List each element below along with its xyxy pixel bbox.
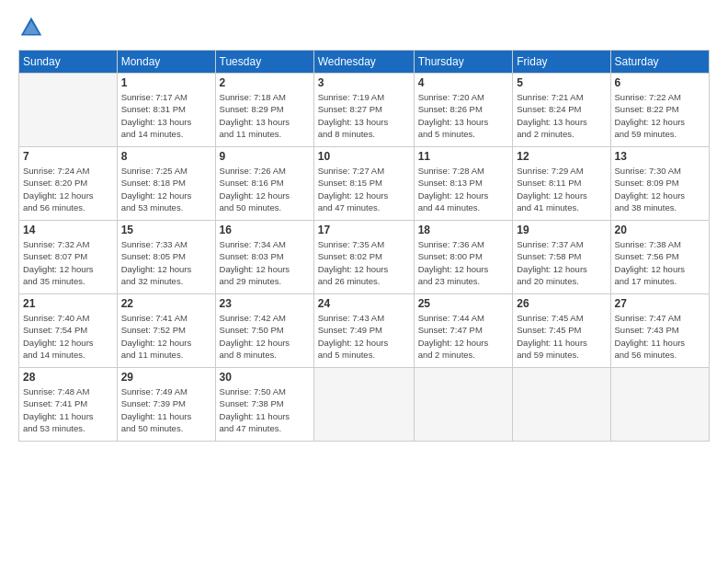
day-number: 8 [121, 150, 211, 163]
day-info: Sunrise: 7:44 AM Sunset: 7:47 PM Dayligh… [418, 312, 509, 361]
day-info: Sunrise: 7:37 AM Sunset: 7:58 PM Dayligh… [517, 238, 606, 287]
day-number: 18 [418, 224, 509, 236]
calendar-cell: 28Sunrise: 7:48 AM Sunset: 7:41 PM Dayli… [19, 368, 118, 442]
calendar-cell: 24Sunrise: 7:43 AM Sunset: 7:49 PM Dayli… [313, 294, 414, 368]
day-number: 28 [23, 371, 113, 384]
day-number: 30 [220, 371, 310, 384]
header [18, 15, 710, 40]
calendar-cell: 27Sunrise: 7:47 AM Sunset: 7:43 PM Dayli… [610, 294, 709, 368]
calendar-cell: 20Sunrise: 7:38 AM Sunset: 7:56 PM Dayli… [610, 221, 709, 294]
weekday-header-thursday: Thursday [414, 51, 513, 74]
calendar-cell: 15Sunrise: 7:33 AM Sunset: 8:05 PM Dayli… [117, 221, 215, 294]
calendar-cell: 11Sunrise: 7:28 AM Sunset: 8:13 PM Dayli… [414, 147, 513, 221]
weekday-header-wednesday: Wednesday [313, 51, 414, 74]
calendar-cell: 4Sunrise: 7:20 AM Sunset: 8:26 PM Daylig… [414, 74, 513, 147]
calendar-cell: 29Sunrise: 7:49 AM Sunset: 7:39 PM Dayli… [117, 368, 215, 442]
calendar-cell: 25Sunrise: 7:44 AM Sunset: 7:47 PM Dayli… [414, 294, 513, 368]
calendar-cell: 13Sunrise: 7:30 AM Sunset: 8:09 PM Dayli… [610, 147, 709, 221]
day-info: Sunrise: 7:21 AM Sunset: 8:24 PM Dayligh… [517, 91, 606, 140]
day-info: Sunrise: 7:22 AM Sunset: 8:22 PM Dayligh… [615, 91, 705, 140]
weekday-header-sunday: Sunday [19, 51, 118, 74]
day-number: 20 [615, 224, 705, 236]
day-number: 5 [517, 76, 606, 89]
day-number: 2 [220, 76, 310, 89]
calendar-cell [414, 368, 513, 442]
day-number: 15 [121, 224, 211, 236]
day-number: 21 [23, 297, 113, 310]
logo [18, 15, 48, 40]
day-info: Sunrise: 7:43 AM Sunset: 7:49 PM Dayligh… [318, 312, 410, 361]
day-info: Sunrise: 7:36 AM Sunset: 8:00 PM Dayligh… [418, 238, 509, 287]
day-number: 10 [318, 150, 410, 163]
day-number: 19 [517, 224, 606, 236]
day-number: 11 [418, 150, 509, 163]
calendar-cell: 23Sunrise: 7:42 AM Sunset: 7:50 PM Dayli… [215, 294, 313, 368]
weekday-header-tuesday: Tuesday [215, 51, 313, 74]
day-info: Sunrise: 7:47 AM Sunset: 7:43 PM Dayligh… [615, 312, 705, 361]
calendar-cell: 6Sunrise: 7:22 AM Sunset: 8:22 PM Daylig… [610, 74, 709, 147]
calendar-cell: 22Sunrise: 7:41 AM Sunset: 7:52 PM Dayli… [117, 294, 215, 368]
day-number: 23 [220, 297, 310, 310]
calendar-cell: 19Sunrise: 7:37 AM Sunset: 7:58 PM Dayli… [513, 221, 610, 294]
day-info: Sunrise: 7:32 AM Sunset: 8:07 PM Dayligh… [23, 238, 113, 287]
day-number: 7 [23, 150, 113, 163]
calendar-cell: 30Sunrise: 7:50 AM Sunset: 7:38 PM Dayli… [215, 368, 313, 442]
day-info: Sunrise: 7:26 AM Sunset: 8:16 PM Dayligh… [220, 165, 310, 213]
day-number: 4 [418, 76, 509, 89]
page: SundayMondayTuesdayWednesdayThursdayFrid… [0, 0, 728, 563]
calendar-cell: 5Sunrise: 7:21 AM Sunset: 8:24 PM Daylig… [513, 74, 610, 147]
logo-icon [18, 15, 44, 40]
day-info: Sunrise: 7:35 AM Sunset: 8:02 PM Dayligh… [318, 238, 410, 287]
weekday-header-friday: Friday [513, 51, 610, 74]
day-number: 22 [121, 297, 211, 310]
day-number: 17 [318, 224, 410, 236]
day-number: 13 [615, 150, 705, 163]
day-info: Sunrise: 7:27 AM Sunset: 8:15 PM Dayligh… [318, 165, 410, 213]
week-row-1: 7Sunrise: 7:24 AM Sunset: 8:20 PM Daylig… [19, 147, 710, 221]
day-info: Sunrise: 7:20 AM Sunset: 8:26 PM Dayligh… [418, 91, 509, 140]
calendar-cell: 18Sunrise: 7:36 AM Sunset: 8:00 PM Dayli… [414, 221, 513, 294]
day-info: Sunrise: 7:30 AM Sunset: 8:09 PM Dayligh… [615, 165, 705, 213]
day-number: 25 [418, 297, 509, 310]
day-number: 9 [220, 150, 310, 163]
calendar-cell: 7Sunrise: 7:24 AM Sunset: 8:20 PM Daylig… [19, 147, 118, 221]
day-info: Sunrise: 7:41 AM Sunset: 7:52 PM Dayligh… [121, 312, 211, 361]
calendar-cell: 2Sunrise: 7:18 AM Sunset: 8:29 PM Daylig… [215, 74, 313, 147]
day-info: Sunrise: 7:49 AM Sunset: 7:39 PM Dayligh… [121, 385, 211, 434]
day-number: 1 [121, 76, 211, 89]
day-number: 27 [615, 297, 705, 310]
day-info: Sunrise: 7:38 AM Sunset: 7:56 PM Dayligh… [615, 238, 705, 287]
calendar-cell: 16Sunrise: 7:34 AM Sunset: 8:03 PM Dayli… [215, 221, 313, 294]
calendar-cell [513, 368, 610, 442]
weekday-header-saturday: Saturday [610, 51, 709, 74]
day-number: 26 [517, 297, 606, 310]
day-number: 6 [615, 76, 705, 89]
calendar-cell: 14Sunrise: 7:32 AM Sunset: 8:07 PM Dayli… [19, 221, 118, 294]
calendar-cell [610, 368, 709, 442]
calendar-cell: 21Sunrise: 7:40 AM Sunset: 7:54 PM Dayli… [19, 294, 118, 368]
day-info: Sunrise: 7:25 AM Sunset: 8:18 PM Dayligh… [121, 165, 211, 213]
day-info: Sunrise: 7:19 AM Sunset: 8:27 PM Dayligh… [318, 91, 410, 140]
day-number: 3 [318, 76, 410, 89]
day-info: Sunrise: 7:17 AM Sunset: 8:31 PM Dayligh… [121, 91, 211, 140]
day-number: 29 [121, 371, 211, 384]
day-info: Sunrise: 7:34 AM Sunset: 8:03 PM Dayligh… [220, 238, 310, 287]
calendar-cell: 8Sunrise: 7:25 AM Sunset: 8:18 PM Daylig… [117, 147, 215, 221]
day-number: 12 [517, 150, 606, 163]
calendar-cell: 9Sunrise: 7:26 AM Sunset: 8:16 PM Daylig… [215, 147, 313, 221]
day-info: Sunrise: 7:29 AM Sunset: 8:11 PM Dayligh… [517, 165, 606, 213]
calendar-cell: 17Sunrise: 7:35 AM Sunset: 8:02 PM Dayli… [313, 221, 414, 294]
day-number: 24 [318, 297, 410, 310]
weekday-header-monday: Monday [117, 51, 215, 74]
day-info: Sunrise: 7:40 AM Sunset: 7:54 PM Dayligh… [23, 312, 113, 361]
day-info: Sunrise: 7:18 AM Sunset: 8:29 PM Dayligh… [220, 91, 310, 140]
day-info: Sunrise: 7:42 AM Sunset: 7:50 PM Dayligh… [220, 312, 310, 361]
calendar-cell [313, 368, 414, 442]
weekday-header-row: SundayMondayTuesdayWednesdayThursdayFrid… [19, 51, 710, 74]
calendar-cell: 3Sunrise: 7:19 AM Sunset: 8:27 PM Daylig… [313, 74, 414, 147]
day-number: 14 [23, 224, 113, 236]
calendar-cell: 12Sunrise: 7:29 AM Sunset: 8:11 PM Dayli… [513, 147, 610, 221]
day-info: Sunrise: 7:33 AM Sunset: 8:05 PM Dayligh… [121, 238, 211, 287]
day-info: Sunrise: 7:28 AM Sunset: 8:13 PM Dayligh… [418, 165, 509, 213]
week-row-4: 28Sunrise: 7:48 AM Sunset: 7:41 PM Dayli… [19, 368, 710, 442]
